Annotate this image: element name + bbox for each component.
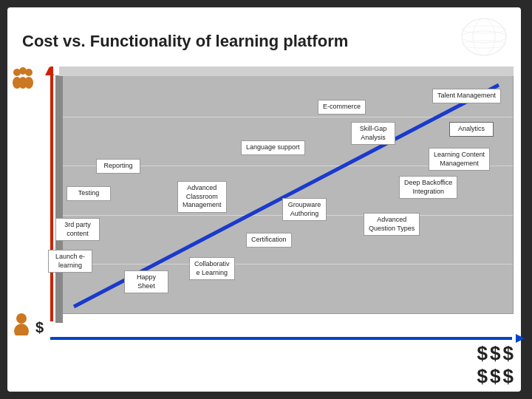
chart-top-face xyxy=(59,66,514,76)
chart-side-face xyxy=(55,75,63,323)
feature-learning-content: Learning ContentManagement xyxy=(429,148,490,171)
feature-deep-backoffice: Deep BackofficeIntegration xyxy=(399,176,457,199)
dollar-1: $ xyxy=(477,342,488,365)
y-axis-line xyxy=(50,66,53,321)
feature-skill-gap: Skill-GapAnalysis xyxy=(351,122,395,145)
y-axis-dollar: $ xyxy=(35,319,44,336)
feature-advanced-question: AdvancedQuestion Types xyxy=(364,213,420,236)
dollar-5: $ xyxy=(490,365,500,388)
feature-groupware: GroupwareAuthoring xyxy=(282,198,327,221)
feature-collaborative-learning: Collaborative Learning xyxy=(189,257,235,280)
chart-area: $ Talent Management E-commerce Analytics… xyxy=(22,66,525,340)
dollars-row-2: $ $ $ xyxy=(477,365,514,388)
feature-certification: Certification xyxy=(246,233,292,248)
page-title: Cost vs. Functionality of learning platf… xyxy=(22,32,348,51)
feature-analytics: Analytics xyxy=(449,122,494,137)
dollar-4: $ xyxy=(477,365,488,388)
feature-ecommerce: E-commerce xyxy=(318,100,366,115)
feature-3rd-party: 3rd partycontent xyxy=(55,218,100,241)
title-area: Cost vs. Functionality of learning platf… xyxy=(22,21,506,61)
x-axis-line xyxy=(50,337,512,340)
feature-launch-elearning: Launch e-learning xyxy=(48,250,92,273)
dollar-2: $ xyxy=(490,342,500,365)
feature-happy-sheet: HappySheet xyxy=(124,270,168,293)
x-axis-arrow xyxy=(516,334,525,343)
dollar-6: $ xyxy=(503,365,514,388)
grid-line-1 xyxy=(60,117,513,117)
feature-advanced-classroom: AdvancedClassroomManagement xyxy=(177,181,227,213)
feature-language-support: Language support xyxy=(241,140,305,155)
dollar-3: $ xyxy=(503,342,514,365)
feature-talent-management: Talent Management xyxy=(432,89,501,103)
x-axis-dollars: $ $ $ $ $ $ xyxy=(477,342,514,388)
feature-reporting: Reporting xyxy=(96,159,140,174)
y-axis-arrow xyxy=(45,66,54,75)
main-content-area: Cost vs. Functionality of learning platf… xyxy=(7,7,521,392)
dollars-row-1: $ $ $ xyxy=(477,342,514,365)
feature-testing: Testing xyxy=(66,186,111,201)
grid-line-4 xyxy=(60,264,513,265)
